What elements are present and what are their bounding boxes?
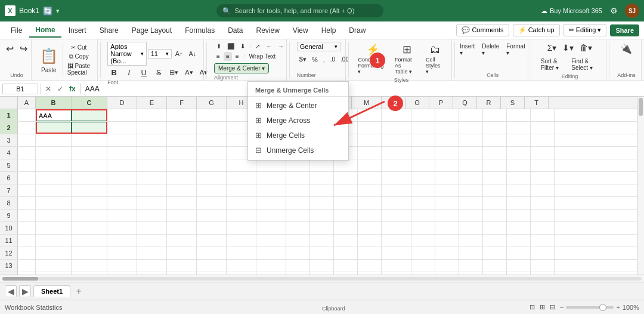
- cell-J5[interactable]: [286, 159, 310, 171]
- clear-button[interactable]: 🗑▾: [577, 42, 595, 54]
- currency-button[interactable]: $▾: [297, 54, 309, 64]
- autosum-button[interactable]: Σ▾: [545, 42, 559, 54]
- redo-button[interactable]: ↪: [17, 42, 30, 56]
- cell-I12[interactable]: [256, 247, 286, 259]
- cell-F8[interactable]: [167, 197, 197, 209]
- cell-C11[interactable]: [72, 235, 107, 247]
- cell-N14[interactable]: [382, 272, 411, 275]
- cell-C12[interactable]: [72, 247, 107, 259]
- cell-Q2[interactable]: [459, 122, 483, 134]
- cell-C4[interactable]: [72, 147, 107, 159]
- format-cells-button[interactable]: Format ▾: [504, 42, 528, 57]
- cell-B9[interactable]: [36, 210, 72, 221]
- sheet-tab-sheet1[interactable]: Sheet1: [33, 285, 70, 297]
- comments-button[interactable]: 💬 Comments: [456, 24, 509, 36]
- cell-F2[interactable]: [167, 122, 197, 134]
- cell-P5[interactable]: [435, 159, 459, 171]
- cell-M3[interactable]: [358, 134, 382, 146]
- row-num-4[interactable]: 4: [0, 147, 18, 159]
- cell-E9[interactable]: [137, 210, 167, 221]
- editing-button[interactable]: ✏ Editing ▾: [564, 24, 607, 36]
- cell-P1[interactable]: [435, 109, 459, 121]
- cell-R8[interactable]: [483, 197, 507, 209]
- cell-B11[interactable]: [36, 235, 72, 247]
- col-G[interactable]: G: [197, 97, 227, 109]
- cell-Q6[interactable]: [459, 172, 483, 184]
- cell-S9[interactable]: [507, 210, 531, 221]
- menu-page-layout[interactable]: Page Layout: [126, 24, 178, 37]
- cell-Q14[interactable]: [459, 272, 483, 275]
- menu-share[interactable]: Share: [94, 24, 125, 37]
- cell-R6[interactable]: [483, 172, 507, 184]
- cell-C8[interactable]: [72, 197, 107, 209]
- decimal-decrease-button[interactable]: .00: [338, 55, 351, 64]
- cell-Q1[interactable]: [459, 109, 483, 121]
- cell-T14[interactable]: [531, 272, 555, 275]
- cell-reference-box[interactable]: [2, 84, 38, 94]
- cell-L9[interactable]: [334, 210, 358, 221]
- cell-E7[interactable]: [137, 184, 167, 196]
- cell-C1[interactable]: [72, 109, 107, 121]
- normal-view-icon[interactable]: ⊡: [530, 303, 535, 311]
- cell-I5[interactable]: [256, 159, 286, 171]
- cell-P13[interactable]: [435, 260, 459, 272]
- cell-D5[interactable]: [107, 159, 137, 171]
- cell-D10[interactable]: [107, 222, 137, 234]
- cell-S7[interactable]: [507, 184, 531, 196]
- add-sheet-button[interactable]: +: [73, 285, 85, 297]
- cell-N11[interactable]: [382, 235, 411, 247]
- cell-E11[interactable]: [137, 235, 167, 247]
- align-middle-button[interactable]: ⬛: [225, 42, 237, 51]
- addins-button[interactable]: 🔌: [618, 42, 634, 56]
- cell-L12[interactable]: [334, 247, 358, 259]
- cell-R2[interactable]: [483, 122, 507, 134]
- cell-M5[interactable]: [358, 159, 382, 171]
- col-S[interactable]: S: [501, 97, 525, 109]
- decimal-increase-button[interactable]: .0: [328, 55, 338, 64]
- cell-P14[interactable]: [435, 272, 459, 275]
- row-num-3[interactable]: 3: [0, 134, 18, 146]
- formula-input[interactable]: [83, 85, 642, 93]
- cell-J12[interactable]: [286, 247, 310, 259]
- cell-L13[interactable]: [334, 260, 358, 272]
- cell-O10[interactable]: [411, 222, 435, 234]
- merge-center-option[interactable]: ⊞ Merge & Center: [248, 98, 348, 113]
- decrease-font-button[interactable]: A↓: [186, 49, 199, 59]
- cell-O13[interactable]: [411, 260, 435, 272]
- cell-P7[interactable]: [435, 184, 459, 196]
- scroll-sheets-left[interactable]: ◀: [5, 285, 17, 297]
- cell-B5[interactable]: [36, 159, 72, 171]
- cell-N10[interactable]: [382, 222, 411, 234]
- cell-J14[interactable]: [286, 272, 310, 275]
- cell-D9[interactable]: [107, 210, 137, 221]
- cell-J8[interactable]: [286, 197, 310, 209]
- cell-P8[interactable]: [435, 197, 459, 209]
- cell-E1[interactable]: [137, 109, 167, 121]
- cell-N2[interactable]: [382, 122, 411, 134]
- cell-P10[interactable]: [435, 222, 459, 234]
- font-color-button[interactable]: A▾: [197, 67, 210, 78]
- cell-A6[interactable]: [18, 172, 36, 184]
- cell-F13[interactable]: [167, 260, 197, 272]
- col-B[interactable]: B: [36, 97, 72, 109]
- cell-Q13[interactable]: [459, 260, 483, 272]
- col-E[interactable]: E: [137, 97, 167, 109]
- cell-M1[interactable]: [358, 109, 382, 121]
- cell-N13[interactable]: [382, 260, 411, 272]
- cancel-formula-icon[interactable]: ✕: [44, 84, 53, 94]
- cell-B7[interactable]: [36, 184, 72, 196]
- cell-I14[interactable]: [256, 272, 286, 275]
- cell-Q5[interactable]: [459, 159, 483, 171]
- cell-G10[interactable]: [197, 222, 227, 234]
- row-num-1[interactable]: 1: [0, 109, 18, 121]
- horizontal-scrollbar[interactable]: [0, 275, 644, 282]
- cell-M10[interactable]: [358, 222, 382, 234]
- cell-E5[interactable]: [137, 159, 167, 171]
- col-P[interactable]: P: [429, 97, 453, 109]
- cell-T7[interactable]: [531, 184, 555, 196]
- col-O[interactable]: O: [405, 97, 429, 109]
- cell-A2[interactable]: [18, 122, 36, 134]
- cell-O5[interactable]: [411, 159, 435, 171]
- cell-H6[interactable]: [227, 172, 256, 184]
- cell-R14[interactable]: [483, 272, 507, 275]
